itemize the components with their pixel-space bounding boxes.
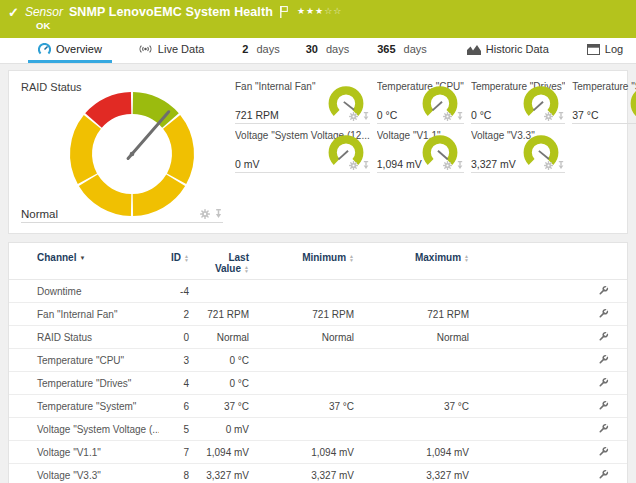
tab-2-days[interactable]: 2days — [232, 38, 289, 63]
column-header-id[interactable]: ID▲▼ — [159, 243, 189, 280]
sort-icons: ▲▼ — [244, 265, 249, 273]
tab-30-days[interactable]: 30days — [296, 38, 360, 63]
tab-log[interactable]: Log — [577, 38, 633, 63]
gauge-cell-fan-internal-fan: Fan "Internal Fan" 721 RPM — [235, 79, 370, 128]
status-check-icon: ✓ — [8, 6, 19, 19]
page-title: SNMP LenovoEMC System Health — [69, 5, 273, 19]
sort-desc-icon: ▼ — [79, 255, 85, 261]
raid-status-cell: RAID Status Normal — [21, 79, 229, 227]
gear-icon[interactable] — [349, 112, 358, 121]
channel-table: Channel▼ ID▲▼ LastValue▲▼ Minimum▲▼ Maxi — [9, 243, 627, 483]
wrench-icon[interactable] — [598, 331, 609, 342]
table-row-voltage-system: Voltage "System Voltage (... 5 0 mV — [9, 418, 627, 441]
tab-historic-data[interactable]: Historic Data — [457, 38, 559, 63]
sensor-kind-label: Sensor — [25, 5, 63, 19]
gear-icon[interactable] — [349, 161, 358, 170]
column-header-channel[interactable]: Channel▼ — [9, 243, 159, 280]
table-row-temperature-cpu: Temperature "CPU" 3 0 °C — [9, 349, 627, 372]
live-data-icon — [138, 44, 153, 54]
column-header-minimum[interactable]: Minimum▲▼ — [249, 243, 354, 280]
wrench-icon[interactable] — [598, 377, 609, 388]
gauge-value: 1,094 mV — [377, 158, 422, 170]
sort-icons: ▲▼ — [349, 254, 354, 262]
pin-icon[interactable] — [456, 161, 464, 170]
wrench-icon[interactable] — [598, 423, 609, 434]
gauge-icon — [38, 43, 51, 56]
gear-icon[interactable] — [544, 112, 553, 121]
gauge-cell-voltage-v3-3: Voltage "V3.3" 3,327 mV — [471, 128, 565, 177]
wrench-icon[interactable] — [598, 469, 609, 480]
column-header-last-value[interactable]: LastValue▲▼ — [189, 243, 249, 280]
wrench-icon[interactable] — [598, 285, 609, 296]
pin-icon[interactable] — [214, 209, 223, 219]
raid-status-gauge — [67, 89, 197, 219]
pin-icon[interactable] — [557, 112, 565, 121]
table-row-temperature-system: Temperature "System" 6 37 °C 37 °C 37 °C — [9, 395, 627, 418]
gauge-cell-temperature-system: Temperature "System" 37 °C — [572, 79, 636, 128]
pin-icon[interactable] — [362, 161, 370, 170]
gauge-value: 37 °C — [572, 109, 598, 121]
gauge-cell-empty — [572, 128, 636, 177]
gauge-value: 0 mV — [235, 158, 260, 170]
gear-icon[interactable] — [200, 209, 210, 219]
gauge-value: 3,327 mV — [471, 158, 516, 170]
table-row-fan-internal-fan: Fan "Internal Fan" 2 721 RPM 721 RPM 721… — [9, 303, 627, 326]
raid-status-value: Normal — [21, 208, 58, 220]
gauge-cell-voltage-system: Voltage "System Voltage (12... 0 mV — [235, 128, 370, 177]
sort-icons: ▲▼ — [184, 254, 189, 262]
table-row-voltage-v1-1: Voltage "V1.1" 7 1,094 mV 1,094 mV 1,094… — [9, 441, 627, 464]
wrench-icon[interactable] — [598, 308, 609, 319]
tab-overview[interactable]: Overview — [28, 38, 112, 63]
gear-icon[interactable] — [443, 112, 452, 121]
log-icon — [587, 44, 600, 55]
channel-table-panel: Channel▼ ID▲▼ LastValue▲▼ Minimum▲▼ Maxi — [8, 242, 628, 483]
prtg-sensor-page: ✓ Sensor SNMP LenovoEMC System Health ★★… — [0, 0, 636, 483]
wrench-icon[interactable] — [598, 354, 609, 365]
column-header-maximum[interactable]: Maximum▲▼ — [354, 243, 469, 280]
historic-chart-icon — [467, 44, 481, 55]
gauge-cell-temperature-drives: Temperature "Drives" 0 °C — [471, 79, 565, 128]
gauge-value: 0 °C — [377, 109, 398, 121]
raid-gauge-needle — [128, 112, 169, 159]
table-row-voltage-v3-3: Voltage "V3.3" 8 3,327 mV 3,327 mV 3,327… — [9, 464, 627, 483]
wrench-icon[interactable] — [598, 400, 609, 411]
pin-icon[interactable] — [456, 112, 464, 121]
status-badge: OK — [36, 20, 626, 31]
column-header-actions — [469, 243, 627, 280]
mini-gauges-grid: Fan "Internal Fan" 721 RPM — [235, 79, 636, 227]
wrench-icon[interactable] — [598, 446, 609, 457]
gauge-cell-voltage-v1-1: Voltage "V1.1" 1,094 mV — [377, 128, 464, 177]
gauge-value: 0 °C — [471, 109, 492, 121]
gear-icon[interactable] — [443, 161, 452, 170]
table-row-raid-status: RAID Status 0 Normal Normal Normal — [9, 326, 627, 349]
sort-icons: ▲▼ — [464, 254, 469, 262]
gauge-value: 721 RPM — [235, 109, 279, 121]
table-row-downtime: Downtime -4 — [9, 280, 627, 303]
overview-panel: RAID Status Normal — [8, 70, 628, 234]
gauge-cell-temperature-cpu: Temperature "CPU" 0 °C — [377, 79, 464, 128]
table-row-temperature-drives: Temperature "Drives" 4 0 °C — [9, 372, 627, 395]
tab-bar: Overview Live Data 2days 30days 365days — [0, 38, 636, 64]
tab-live-data[interactable]: Live Data — [128, 38, 214, 63]
tab-365-days[interactable]: 365days — [367, 38, 437, 63]
gear-icon[interactable] — [544, 161, 553, 170]
priority-stars[interactable]: ★★★☆☆ — [297, 6, 342, 16]
pin-icon[interactable] — [362, 112, 370, 121]
sensor-header: ✓ Sensor SNMP LenovoEMC System Health ★★… — [0, 0, 636, 38]
pin-icon[interactable] — [557, 161, 565, 170]
flag-icon[interactable] — [280, 6, 288, 18]
